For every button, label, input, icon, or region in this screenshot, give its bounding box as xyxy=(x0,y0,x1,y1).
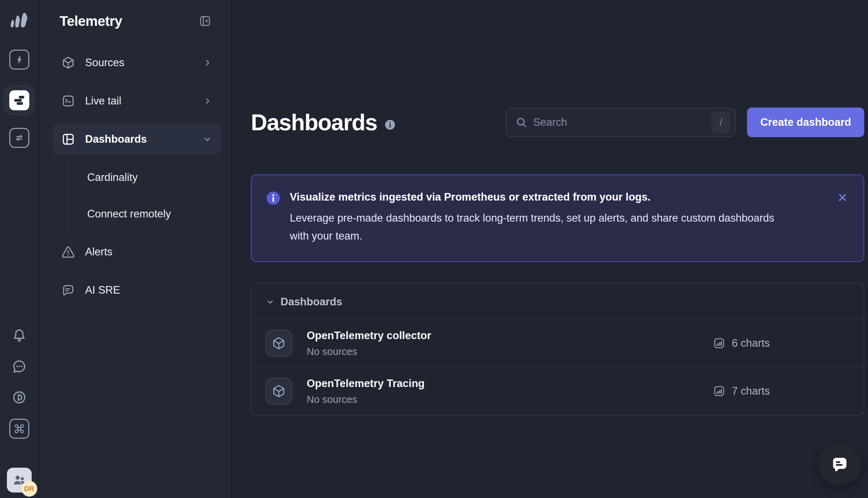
keyboard-shortcuts-button[interactable] xyxy=(9,419,29,439)
sidebar-item-dashboards[interactable]: Dashboards xyxy=(52,124,222,154)
banner-title: Visualize metrics ingested via Prometheu… xyxy=(290,190,779,204)
sidebar-header: Telemetry xyxy=(39,0,231,42)
dashboard-charts-meta: 6 charts xyxy=(713,337,770,350)
dashboard-title: OpenTelemetry Tracing xyxy=(307,377,425,390)
sidebar-item-connect-remotely[interactable]: Connect remotely xyxy=(87,199,222,229)
icon-rail: DR xyxy=(0,0,39,498)
pipeline-rail-button[interactable] xyxy=(9,50,29,70)
warning-triangle-icon xyxy=(61,245,75,259)
sidebar-item-ai-sre[interactable]: AI SRE xyxy=(52,275,222,305)
logs-icon-tile xyxy=(9,90,29,110)
cube-icon xyxy=(61,56,75,70)
banner-body: Leverage pre-made dashboards to track lo… xyxy=(290,209,779,245)
collapse-sidebar-icon[interactable] xyxy=(199,15,211,27)
dashboard-charts-meta: 7 charts xyxy=(713,385,770,398)
sliders-icon xyxy=(13,132,25,144)
mezmo-logo-icon xyxy=(8,10,31,30)
create-dashboard-button[interactable]: Create dashboard xyxy=(747,108,864,137)
header-actions: / Create dashboard xyxy=(506,108,864,137)
chevron-down-icon xyxy=(202,134,213,144)
theme-toggle-icon xyxy=(12,390,27,405)
dashboard-row-texts: OpenTelemetry Tracing No sources xyxy=(307,377,425,405)
dashboard-title: OpenTelemetry collector xyxy=(307,329,431,342)
page-title: Dashboards xyxy=(251,109,377,135)
search-icon xyxy=(515,116,528,129)
search-box[interactable]: / xyxy=(506,108,735,137)
sidebar-item-label: Alerts xyxy=(85,246,112,258)
sidebar-item-label: Live tail xyxy=(85,95,121,107)
dashboard-subtitle: No sources xyxy=(307,394,425,405)
cube-icon xyxy=(272,336,286,350)
dashboards-subnav: Cardinality Connect remotely xyxy=(68,162,222,229)
sidebar-item-live-tail[interactable]: Live tail xyxy=(52,86,222,116)
sidebar: Telemetry Sources xyxy=(39,0,232,498)
lightning-icon xyxy=(13,54,25,65)
dashboard-row[interactable]: OpenTelemetry Tracing No sources 7 chart… xyxy=(252,367,864,415)
info-filled-icon xyxy=(265,190,281,206)
sidebar-item-label: Dashboards xyxy=(85,133,147,145)
info-banner: Visualize metrics ingested via Prometheu… xyxy=(251,174,864,262)
dashboard-row[interactable]: OpenTelemetry collector No sources 6 cha… xyxy=(252,319,864,367)
processing-rail-button[interactable] xyxy=(9,128,29,148)
dashboards-section-header[interactable]: Dashboards xyxy=(252,283,864,319)
dashboard-tile xyxy=(265,330,292,357)
chat-bubble-icon xyxy=(61,283,75,297)
chat-dots-icon xyxy=(12,359,27,374)
bar-chart-icon xyxy=(713,385,726,398)
section-title: Dashboards xyxy=(280,296,342,308)
sidebar-item-label: Sources xyxy=(85,57,124,69)
sidebar-item-sources[interactable]: Sources xyxy=(52,48,222,78)
user-initials-badge: DR xyxy=(21,481,37,497)
page-header: Dashboards / Create dashboard xyxy=(251,108,864,137)
dashboard-tile xyxy=(265,378,292,405)
sidebar-item-cardinality[interactable]: Cardinality xyxy=(87,162,222,193)
logs-icon xyxy=(9,90,29,110)
main-content: Dashboards / Create dashboard xyxy=(232,0,868,498)
dashboard-subtitle: No sources xyxy=(307,346,431,357)
account-menu[interactable]: DR xyxy=(7,468,32,492)
terminal-icon xyxy=(61,94,75,108)
telemetry-rail-button-active[interactable] xyxy=(4,85,34,115)
chevron-down-icon xyxy=(265,297,275,307)
charts-count: 7 charts xyxy=(732,385,770,397)
search-input[interactable] xyxy=(528,116,711,129)
sidebar-item-alerts[interactable]: Alerts xyxy=(52,237,222,267)
sidebar-item-label: AI SRE xyxy=(85,284,120,296)
banner-text: Visualize metrics ingested via Prometheu… xyxy=(290,190,779,245)
chevron-right-icon xyxy=(202,58,213,68)
info-icon[interactable] xyxy=(384,119,396,131)
chevron-right-icon xyxy=(202,96,213,106)
sidebar-item-label: Connect remotely xyxy=(87,208,171,220)
close-icon[interactable] xyxy=(837,192,848,203)
command-icon xyxy=(14,423,25,434)
dashboard-row-texts: OpenTelemetry collector No sources xyxy=(307,329,431,357)
support-chat-button[interactable] xyxy=(11,358,28,375)
cube-icon xyxy=(272,384,286,398)
theme-toggle-button[interactable] xyxy=(11,389,28,406)
notifications-button[interactable] xyxy=(11,327,28,344)
charts-count: 6 charts xyxy=(732,337,770,349)
layout-grid-icon xyxy=(61,132,75,146)
sidebar-nav: Sources Live tail xyxy=(39,42,231,313)
bell-icon xyxy=(12,328,27,343)
chat-widget-button[interactable] xyxy=(818,443,861,486)
app-window: DR Telemetry Sources xyxy=(0,0,868,498)
sidebar-title: Telemetry xyxy=(60,13,199,29)
dashboards-list-card: Dashboards OpenTelemetry collector No so… xyxy=(251,283,864,416)
chat-bubble-filled-icon xyxy=(829,454,850,475)
bar-chart-icon xyxy=(713,337,726,350)
sidebar-item-label: Cardinality xyxy=(87,171,137,184)
search-shortcut-key: / xyxy=(711,112,731,133)
